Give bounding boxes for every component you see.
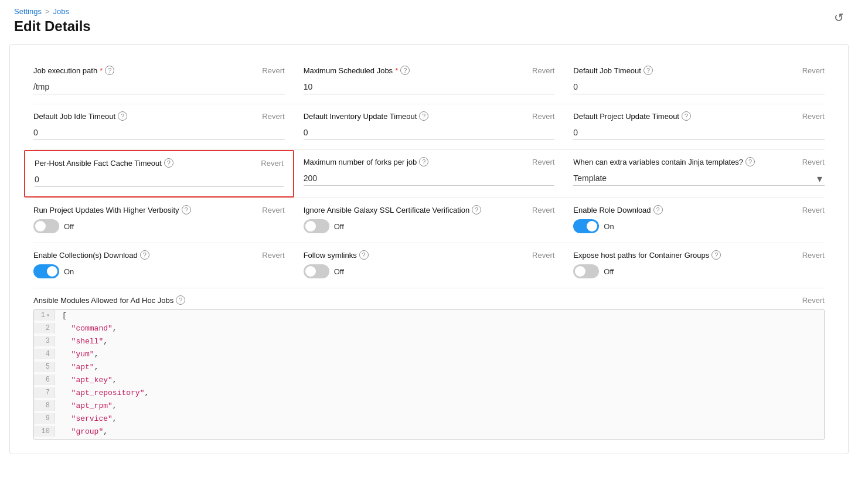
ignore-galaxy-ssl-cell: Ignore Ansible Galaxy SSL Certificate Ve… (294, 198, 564, 243)
default-job-idle-timeout-revert[interactable]: Revert (262, 112, 284, 121)
follow-symlinks-toggle-label: Off (334, 267, 344, 276)
ignore-galaxy-ssl-toggle-label: Off (334, 222, 344, 231)
enable-role-download-label: Enable Role Download ? (573, 205, 662, 214)
code-line-1: 1▾ [ (34, 310, 824, 323)
breadcrumb: Settings > Jobs (14, 7, 844, 16)
per-host-fact-cache-timeout-cell: Per-Host Ansible Fact Cache Timeout ? Re… (24, 150, 294, 197)
enable-role-download-revert[interactable]: Revert (802, 206, 825, 214)
default-project-update-timeout-help-icon[interactable]: ? (682, 111, 691, 121)
enable-collections-download-help-icon[interactable]: ? (140, 250, 149, 260)
extra-vars-jinja-revert[interactable]: Revert (802, 158, 825, 166)
expose-host-paths-help-icon[interactable]: ? (711, 250, 721, 260)
per-host-fact-cache-timeout-input[interactable] (35, 172, 284, 187)
default-job-idle-timeout-label: Default Job Idle Timeout ? (33, 111, 127, 121)
ignore-galaxy-ssl-toggle[interactable] (304, 219, 329, 233)
default-project-update-timeout-cell: Default Project Update Timeout ? Revert (564, 104, 834, 149)
follow-symlinks-label: Follow symlinks ? (304, 250, 369, 260)
default-project-update-timeout-label: Default Project Update Timeout ? (573, 111, 691, 121)
max-forks-revert[interactable]: Revert (532, 158, 554, 166)
follow-symlinks-cell: Follow symlinks ? Revert Off (294, 243, 564, 288)
page-title: Edit Details (14, 18, 844, 35)
max-forks-label: Maximum number of forks per job ? (304, 157, 429, 166)
code-line-3: 3 "shell", (34, 336, 824, 349)
breadcrumb-jobs[interactable]: Jobs (53, 7, 69, 16)
default-job-timeout-cell: Default Job Timeout ? Revert (564, 59, 834, 104)
max-scheduled-jobs-help-icon[interactable]: ? (400, 66, 410, 75)
default-job-timeout-input[interactable] (573, 80, 825, 94)
ansible-modules-editor[interactable]: 1▾ [ 2 "command", 3 "shell", 4 "yum", (33, 309, 825, 440)
run-project-updates-verbosity-revert[interactable]: Revert (262, 206, 284, 214)
code-line-10: 10 "group", (34, 426, 824, 439)
enable-role-download-toggle[interactable] (573, 219, 599, 233)
default-inventory-update-timeout-revert[interactable]: Revert (532, 112, 554, 121)
breadcrumb-settings[interactable]: Settings (14, 7, 42, 16)
breadcrumb-separator: > (45, 7, 50, 16)
extra-vars-jinja-help-icon[interactable]: ? (745, 157, 755, 166)
max-forks-help-icon[interactable]: ? (419, 157, 428, 166)
ignore-galaxy-ssl-help-icon[interactable]: ? (472, 205, 481, 214)
default-job-idle-timeout-help-icon[interactable]: ? (118, 111, 127, 121)
job-execution-path-cell: Job execution path * ? Revert (24, 59, 294, 104)
follow-symlinks-revert[interactable]: Revert (532, 251, 554, 260)
code-line-6: 6 "apt_key", (34, 374, 824, 387)
max-forks-cell: Maximum number of forks per job ? Revert (294, 150, 564, 197)
ansible-modules-section: Ansible Modules Allowed for Ad Hoc Jobs … (24, 288, 834, 440)
enable-role-download-cell: Enable Role Download ? Revert On (564, 198, 834, 243)
extra-vars-jinja-select[interactable]: Template Always Never (573, 171, 825, 186)
ignore-galaxy-ssl-label: Ignore Ansible Galaxy SSL Certificate Ve… (304, 205, 482, 214)
enable-collections-download-cell: Enable Collection(s) Download ? Revert O… (24, 243, 294, 288)
max-scheduled-jobs-input[interactable] (304, 80, 555, 94)
max-scheduled-jobs-cell: Maximum Scheduled Jobs * ? Revert (294, 59, 564, 104)
default-job-timeout-label: Default Job Timeout ? (573, 66, 653, 75)
default-inventory-update-timeout-label: Default Inventory Update Timeout ? (304, 111, 429, 121)
run-project-updates-verbosity-cell: Run Project Updates With Higher Verbosit… (24, 198, 294, 243)
max-scheduled-jobs-label: Maximum Scheduled Jobs * ? (304, 66, 410, 75)
code-line-2: 2 "command", (34, 323, 824, 336)
expose-host-paths-label: Expose host paths for Container Groups ? (573, 250, 721, 260)
ignore-galaxy-ssl-revert[interactable]: Revert (532, 206, 554, 214)
default-inventory-update-timeout-cell: Default Inventory Update Timeout ? Rever… (294, 104, 564, 149)
code-line-4: 4 "yum", (34, 349, 824, 362)
run-project-updates-verbosity-help-icon[interactable]: ? (182, 205, 191, 214)
default-job-timeout-help-icon[interactable]: ? (644, 66, 653, 75)
extra-vars-jinja-label: When can extra variables contain Jinja t… (573, 157, 755, 166)
ansible-modules-revert[interactable]: Revert (802, 296, 825, 305)
max-forks-input[interactable] (304, 171, 555, 186)
enable-collections-download-revert[interactable]: Revert (262, 251, 284, 260)
ansible-modules-help-icon[interactable]: ? (176, 295, 185, 305)
per-host-fact-cache-timeout-help-icon[interactable]: ? (164, 158, 173, 168)
default-inventory-update-timeout-help-icon[interactable]: ? (419, 111, 428, 121)
default-job-idle-timeout-cell: Default Job Idle Timeout ? Revert (24, 104, 294, 149)
job-execution-path-input[interactable] (33, 80, 285, 94)
enable-collections-download-toggle[interactable] (33, 264, 59, 278)
job-execution-path-label: Job execution path * ? (33, 66, 114, 75)
default-job-idle-timeout-input[interactable] (33, 125, 285, 140)
run-project-updates-verbosity-toggle[interactable] (33, 219, 59, 233)
job-execution-path-help-icon[interactable]: ? (105, 66, 114, 75)
per-host-fact-cache-timeout-label: Per-Host Ansible Fact Cache Timeout ? (35, 158, 173, 168)
enable-collections-download-toggle-label: On (64, 267, 74, 276)
default-project-update-timeout-revert[interactable]: Revert (802, 112, 825, 121)
enable-role-download-help-icon[interactable]: ? (653, 205, 663, 214)
follow-symlinks-toggle[interactable] (304, 264, 329, 278)
code-line-8: 8 "apt_rpm", (34, 400, 824, 413)
default-inventory-update-timeout-input[interactable] (304, 125, 555, 140)
expose-host-paths-toggle[interactable] (573, 264, 599, 278)
follow-symlinks-help-icon[interactable]: ? (359, 250, 369, 260)
code-line-9: 9 "service", (34, 413, 824, 426)
job-execution-path-revert[interactable]: Revert (262, 66, 284, 75)
run-project-updates-verbosity-label: Run Project Updates With Higher Verbosit… (33, 205, 191, 214)
enable-role-download-toggle-label: On (604, 222, 614, 231)
default-project-update-timeout-input[interactable] (573, 125, 825, 140)
ansible-modules-label: Ansible Modules Allowed for Ad Hoc Jobs … (33, 295, 185, 305)
extra-vars-jinja-cell: When can extra variables contain Jinja t… (564, 150, 834, 197)
expose-host-paths-revert[interactable]: Revert (802, 251, 825, 260)
code-line-7: 7 "apt_repository", (34, 387, 824, 400)
max-scheduled-jobs-revert[interactable]: Revert (532, 66, 554, 75)
default-job-timeout-revert[interactable]: Revert (802, 66, 825, 75)
run-project-updates-verbosity-toggle-label: Off (64, 222, 74, 231)
expose-host-paths-toggle-label: Off (604, 267, 614, 276)
history-icon-button[interactable]: ↺ (834, 11, 844, 25)
per-host-fact-cache-timeout-revert[interactable]: Revert (261, 159, 283, 168)
expose-host-paths-cell: Expose host paths for Container Groups ?… (564, 243, 834, 288)
